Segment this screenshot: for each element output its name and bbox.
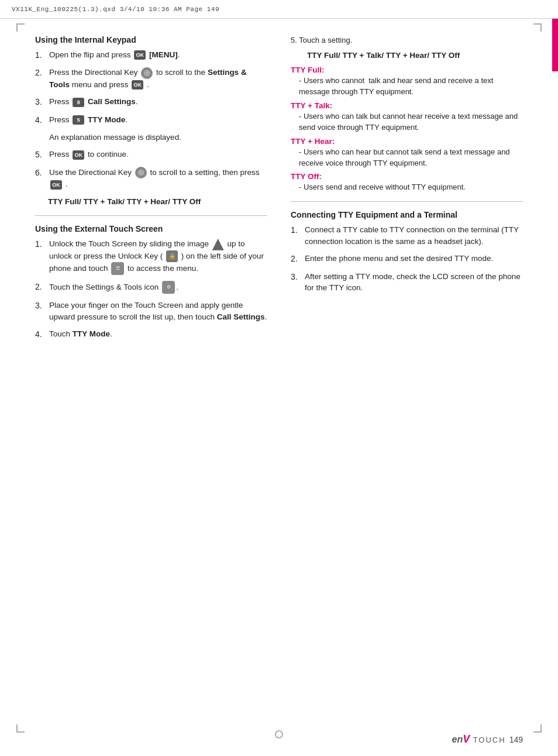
list-item: 1. Unlock the Touch Screen by sliding th… (35, 238, 267, 275)
section2-title: Using the External Touch Screen (35, 224, 267, 233)
list-number: 3. (35, 300, 46, 322)
list-number (35, 132, 46, 143)
ok-icon: OK (132, 80, 143, 90)
corner-mark-tl (16, 23, 25, 32)
corner-mark-tr (533, 23, 542, 32)
list-content: Press 8 Call Settings. (49, 96, 267, 108)
list-number: 1. (291, 224, 301, 247)
list-item: 4. Press 5 TTY Mode. (35, 114, 267, 126)
brand-en: en (452, 734, 463, 744)
list-content: Use the Directional Key to scroll to a s… (49, 167, 267, 190)
list-number: 1. (35, 49, 46, 61)
list-item: 3. Place your finger on the Touch Screen… (35, 300, 267, 322)
list-content: Enter the phone menu and set the desired… (305, 253, 523, 264)
list-number: 4. (35, 328, 46, 340)
directional-key-icon (135, 167, 147, 178)
list-item: 2. Touch the Settings & Tools icon ⚙. (35, 281, 267, 294)
footer: enV TOUCH 149 (452, 733, 523, 745)
list-item: 1. Connect a TTY cable to TTY connection… (291, 224, 523, 247)
header-text: VX11K_Eng_100225(1.3).qxd 3/4/10 10:36 A… (12, 6, 219, 13)
ok-icon: OK (50, 180, 62, 190)
tty-hear-heading: TTY + Hear: (291, 137, 523, 146)
bottom-center-mark (275, 730, 283, 738)
list-number: 2. (35, 281, 46, 294)
list-content: Place your finger on the Touch Screen an… (49, 300, 267, 322)
list-number: 6. (35, 167, 46, 190)
list-number: 2. (291, 253, 301, 264)
list-number: 3. (291, 271, 301, 294)
divider (35, 215, 267, 216)
connecting-section-title: Connecting TTY Equipment and a Terminal (291, 210, 523, 219)
list-content: Connect a TTY cable to TTY connection on… (305, 224, 523, 247)
list-number: 3. (35, 96, 46, 108)
list-content: Open the flip and press OK [MENU]. (49, 49, 267, 61)
tty-off-desc: - Users send and receive without TTY equ… (299, 182, 523, 193)
ok-icon: OK (73, 150, 84, 160)
divider-right (291, 201, 523, 202)
menu-icon: ☰ (111, 262, 124, 275)
corner-mark-bl (16, 724, 25, 733)
list-item: 2. Press the Directional Key to scroll t… (35, 67, 267, 90)
list-content: An explanation message is displayed. (49, 132, 267, 143)
brand-v: V (463, 733, 470, 745)
list-number: 2. (35, 67, 46, 90)
list-content: Touch TTY Mode. (49, 328, 267, 340)
sub-block-right: TTY Full/ TTY + Talk/ TTY + Hear/ TTY Of… (307, 50, 523, 61)
list-item: An explanation message is displayed. (35, 132, 267, 143)
tty-off-heading: TTY Off: (291, 172, 523, 181)
right-column: 5. Touch a setting. TTY Full/ TTY + Talk… (291, 35, 523, 721)
right-item-5: 5. Touch a setting. (291, 35, 523, 46)
list-item: 3. After setting a TTY mode, check the L… (291, 271, 523, 294)
list-content: Unlock the Touch Screen by sliding the i… (49, 238, 267, 275)
list-item: 2. Enter the phone menu and set the desi… (291, 253, 523, 264)
section1-title: Using the Internal Keypad (35, 35, 267, 44)
list-content: Press the Directional Key to scroll to t… (49, 67, 267, 90)
directional-key-icon (141, 67, 153, 79)
list-item: 3. Press 8 Call Settings. (35, 96, 267, 108)
pink-accent (552, 19, 558, 71)
settings-icon: ⚙ (162, 281, 175, 294)
list-number: 5. (35, 149, 46, 160)
list-item: 6. Use the Directional Key to scroll to … (35, 167, 267, 190)
tty-hear-desc: - Users who can hear but cannot talk sen… (299, 147, 523, 169)
list-item: 4. Touch TTY Mode. (35, 328, 267, 340)
list-content: Press OK to continue. (49, 149, 267, 160)
list-content: Touch the Settings & Tools icon ⚙. (49, 281, 267, 294)
main-content: Using the Internal Keypad 1. Open the fl… (35, 35, 523, 721)
list-item: 1. Open the flip and press OK [MENU]. (35, 49, 267, 61)
tty-talk-desc: - Users who can talk but cannot hear rec… (299, 111, 523, 133)
corner-mark-br (533, 724, 542, 733)
list-item: 5. Press OK to continue. (35, 149, 267, 160)
key5-icon: 5 (73, 115, 84, 125)
key8-icon: 8 (73, 98, 84, 107)
list-number: 4. (35, 114, 46, 126)
tty-full-heading: TTY Full: (291, 66, 523, 74)
left-column: Using the Internal Keypad 1. Open the fl… (35, 35, 267, 721)
ok-icon: OK (134, 50, 146, 60)
brand: enV TOUCH (452, 733, 506, 745)
brand-touch: TOUCH (470, 736, 505, 744)
list-content: Press 5 TTY Mode. (49, 114, 267, 126)
up-arrow-icon (212, 239, 224, 250)
item5-text: 5. Touch a setting. (291, 36, 352, 44)
list-content: After setting a TTY mode, check the LCD … (305, 271, 523, 294)
list-number: 1. (35, 238, 46, 275)
sub-block-1: TTY Full/ TTY + Talk/ TTY + Hear/ TTY Of… (48, 196, 267, 208)
header-bar: VX11K_Eng_100225(1.3).qxd 3/4/10 10:36 A… (0, 0, 558, 19)
tty-talk-heading: TTY + Talk: (291, 101, 523, 110)
page-number: 149 (509, 735, 523, 744)
unlock-key-icon: 🔒 (166, 250, 178, 262)
tty-full-desc: - Users who cannot talk and hear send an… (299, 75, 523, 98)
